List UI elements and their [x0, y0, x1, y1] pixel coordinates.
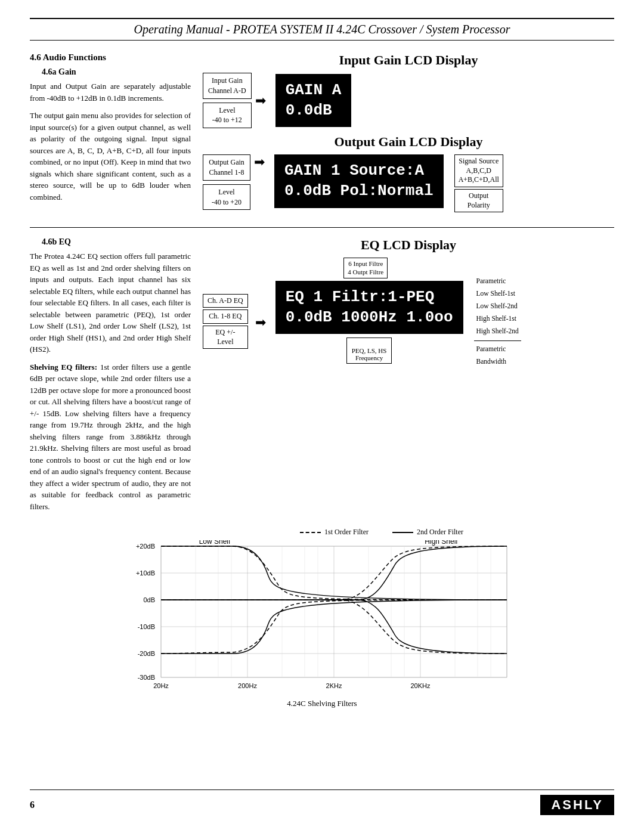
eq-para2: Shelving EQ filters: 1st order filters u…: [30, 361, 191, 513]
chart-title: 4.24C Shelving Filters: [30, 699, 614, 708]
eq-left-labels: Ch. A-D EQ Ch. 1-8 EQ EQ +/- Level: [203, 294, 248, 351]
page-title: Operating Manual - PROTEA SYSTEM II 4.24…: [134, 23, 510, 36]
svg-text:-20dB: -20dB: [138, 650, 155, 657]
input-gain-screen: GAIN A 0.0dB: [275, 74, 352, 128]
eq-right: EQ LCD Display 6 Input Filtre 4 Outpt Fi…: [203, 237, 614, 518]
top-section: 4.6 Audio Functions 4.6a Gain Input and …: [30, 52, 614, 218]
shelving-eq-heading: Shelving EQ filters:: [30, 363, 97, 371]
eq-low-shelf-1st: Low Shelf-1st: [474, 288, 521, 299]
level-label: Level -40 to +12: [203, 103, 252, 129]
eq-para1: The Protea 4.24C EQ section offers full …: [30, 250, 191, 355]
eq-low-shelf-2nd: Low Shelf-2nd: [474, 301, 521, 312]
eq-parametric-2: Parametric: [474, 343, 521, 355]
eq-arrow-icon: ➡: [255, 315, 266, 330]
page-footer: 6 ASHLY: [30, 789, 614, 815]
eq-lcd-title: EQ LCD Display: [203, 237, 614, 253]
eq-screen: EQ 1 Filtr:1-PEQ 0.0dB 1000Hz 1.0oo: [275, 281, 463, 335]
svg-text:-30dB: -30dB: [138, 674, 155, 681]
svg-text:20KHz: 20KHz: [410, 682, 431, 689]
svg-text:High Shelf: High Shelf: [425, 540, 458, 546]
eq-ch-ad-label: Ch. A-D EQ: [203, 294, 248, 308]
legend-2nd-order: 2nd Order Filter: [392, 528, 463, 537]
eq-right-labels: Parametric Low Shelf-1st Low Shelf-2nd H…: [474, 275, 521, 368]
legend-solid-line: [392, 532, 413, 533]
eq-parametric-1: Parametric: [474, 275, 521, 287]
section-46b-heading: 4.6b EQ: [42, 237, 191, 247]
eq-screen-content: EQ 1 Filtr:1-PEQ 0.0dB 1000Hz 1.0oo: [286, 287, 453, 328]
output-gain-title: Output Gain LCD Display: [203, 134, 614, 150]
chart-legend: 1st Order Filter 2nd Order Filter: [149, 528, 614, 537]
chart-section: 1st Order Filter 2nd Order Filter: [30, 528, 614, 708]
ashly-logo: ASHLY: [540, 795, 614, 815]
eq-section: 4.6b EQ The Protea 4.24C EQ section offe…: [30, 237, 614, 518]
input-gain-screen-content: GAIN A 0.0dB: [286, 80, 342, 121]
eq-left-text: 4.6b EQ The Protea 4.24C EQ section offe…: [30, 237, 203, 518]
right-diagrams: Input Gain LCD Display Input Gain Channe…: [203, 52, 614, 218]
svg-text:+20dB: +20dB: [136, 543, 155, 550]
output-right-labels: Signal Source A,B,C,D A+B,C+D,All Output…: [454, 154, 503, 214]
eq-plusminus-label: EQ +/- Level: [203, 326, 248, 349]
eq-diagram-area: 6 Input Filtre 4 Outpt Filtre Ch. A-D EQ…: [203, 258, 614, 368]
legend-dashed-line: [300, 532, 321, 533]
shelving-chart: +20dB +10dB 0dB -10dB -20dB -30dB 20Hz 2…: [125, 540, 519, 695]
input-gain-title: Input Gain LCD Display: [203, 52, 614, 68]
svg-text:Low Shelf: Low Shelf: [199, 540, 231, 546]
para-gain-2: The output gain menu also provides for s…: [30, 110, 191, 203]
page-header: Operating Manual - PROTEA SYSTEM II 4.24…: [30, 18, 614, 41]
page: Operating Manual - PROTEA SYSTEM II 4.24…: [0, 0, 644, 833]
output-gain-label: Output Gain Channel 1-8: [203, 154, 250, 181]
input-gain-diagram: Input Gain Channel A-D Level -40 to +12 …: [203, 73, 614, 128]
output-gain-screen: GAIN 1 Source:A 0.0dB Pol:Normal: [274, 154, 444, 208]
svg-text:0dB: 0dB: [143, 596, 155, 603]
output-gain-diagram: Output Gain Channel 1-8 Level -40 to +20…: [203, 154, 614, 214]
eq-high-shelf-2nd: High Shelf-2nd: [474, 326, 521, 337]
eq-filter-count-label: 6 Input Filtre 4 Outpt Filtre: [343, 258, 388, 278]
section-divider: [30, 227, 614, 228]
legend-1st-order: 1st Order Filter: [300, 528, 369, 537]
svg-text:+10dB: +10dB: [136, 569, 155, 577]
page-number: 6: [30, 800, 35, 810]
svg-text:2KHz: 2KHz: [326, 682, 342, 689]
svg-text:20Hz: 20Hz: [153, 682, 169, 689]
chart-wrapper: +20dB +10dB 0dB -10dB -20dB -30dB 20Hz 2…: [30, 540, 614, 695]
svg-text:-10dB: -10dB: [138, 623, 155, 630]
section-46-heading: 4.6 Audio Functions: [30, 52, 191, 63]
input-gain-label: Input Gain Channel A-D: [203, 73, 252, 99]
output-gain-screen-content: GAIN 1 Source:A 0.0dB Pol:Normal: [284, 161, 434, 202]
arrow-icon: ➡: [255, 93, 266, 109]
output-level-label: Level -40 to +20: [203, 184, 250, 210]
eq-high-shelf-1st: High Shelf-1st: [474, 313, 521, 324]
eq-bandwidth: Bandwidth: [474, 356, 521, 367]
eq-frequency-label: PEQ, LS, HS Frequency: [346, 337, 392, 364]
para-gain-1: Input and Output Gain are separately adj…: [30, 80, 191, 104]
sub-heading-46a: 4.6a Gain: [42, 67, 191, 77]
signal-source-label: Signal Source A,B,C,D A+B,C+D,All: [454, 154, 503, 187]
left-text-column: 4.6 Audio Functions 4.6a Gain Input and …: [30, 52, 203, 218]
svg-text:200Hz: 200Hz: [238, 682, 257, 689]
output-polarity-label: Output Polarity: [454, 189, 503, 212]
eq-ch-18-label: Ch. 1-8 EQ: [203, 309, 248, 324]
eq-label-divider: [474, 340, 521, 341]
output-arrow-icon: ➡: [254, 154, 265, 170]
